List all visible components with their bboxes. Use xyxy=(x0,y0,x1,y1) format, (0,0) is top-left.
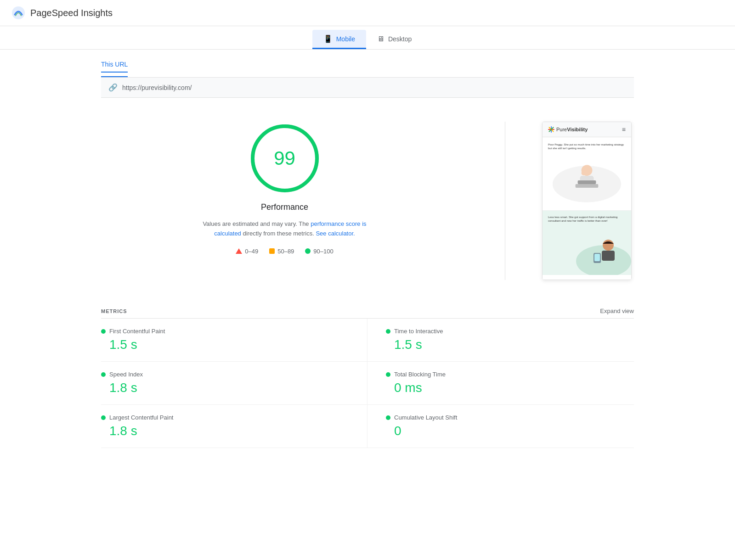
dot-icon xyxy=(305,248,311,254)
metric-item: Cumulative Layout Shift 0 xyxy=(368,405,634,448)
metric-dot xyxy=(386,329,390,334)
metric-name-row: Time to Interactive xyxy=(386,328,634,335)
metric-name-row: Speed Index xyxy=(101,371,349,378)
preview-section-2: Less less smart. She got support from a … xyxy=(543,211,631,275)
illustration-2-svg xyxy=(558,234,631,275)
legend-poor-label: 0–49 xyxy=(245,248,258,255)
legend-good-label: 90–100 xyxy=(313,248,333,255)
score-circle: 99 xyxy=(248,122,322,195)
metric-dot xyxy=(101,372,106,377)
svg-point-14 xyxy=(603,240,614,251)
metric-name-row: Total Blocking Time xyxy=(386,371,634,378)
metric-dot xyxy=(101,329,106,334)
metric-item: Time to Interactive 1.5 s xyxy=(368,319,634,362)
site-preview: PureVisibility ≡ Poor Peggy. She put so … xyxy=(542,122,632,280)
tab-mobile[interactable]: 📱 Mobile xyxy=(312,30,366,49)
preview-header: PureVisibility ≡ xyxy=(543,122,631,137)
url-bar: 🔗 https://purevisibility.com/ xyxy=(101,78,634,98)
metric-name: Cumulative Layout Shift xyxy=(394,414,457,421)
metrics-grid: First Contentful Paint 1.5 s Time to Int… xyxy=(101,319,634,448)
triangle-icon xyxy=(236,248,242,254)
score-legend: 0–49 50–89 90–100 xyxy=(236,248,333,255)
metrics-header: METRICS Expand view xyxy=(101,308,634,319)
metric-item: Total Blocking Time 0 ms xyxy=(368,362,634,405)
url-section: This URL 🔗 https://purevisibility.com/ xyxy=(101,61,634,98)
preview-illustration-1 xyxy=(548,154,626,205)
mobile-icon: 📱 xyxy=(323,34,333,43)
tab-mobile-label: Mobile xyxy=(336,35,355,43)
vertical-divider xyxy=(505,122,505,280)
calculator-link[interactable]: See calculator. xyxy=(316,230,355,237)
tab-desktop[interactable]: 🖥 Desktop xyxy=(366,30,423,49)
desktop-icon: 🖥 xyxy=(377,35,384,43)
score-right: PureVisibility ≡ Poor Peggy. She put so … xyxy=(542,122,634,280)
metric-dot xyxy=(386,372,390,377)
metric-name-row: First Contentful Paint xyxy=(101,328,349,335)
preview-logo: PureVisibility xyxy=(548,126,588,133)
expand-view-button[interactable]: Expand view xyxy=(600,308,634,314)
svg-rect-11 xyxy=(578,180,596,184)
pagespeed-logo-icon xyxy=(11,6,26,20)
metric-value: 1.8 s xyxy=(101,381,349,395)
illustration-1-svg xyxy=(548,157,626,202)
metric-value: 0 ms xyxy=(386,381,634,395)
svg-rect-10 xyxy=(576,184,599,188)
metric-name: Speed Index xyxy=(109,371,143,378)
metric-item: Largest Contentful Paint 1.8 s xyxy=(101,405,368,448)
score-section: 99 Performance Values are estimated and … xyxy=(101,112,634,289)
tab-bar: 📱 Mobile 🖥 Desktop xyxy=(0,26,735,50)
preview-site-name: PureVisibility xyxy=(556,127,588,132)
metrics-title: METRICS xyxy=(101,308,127,314)
pure-visibility-logo-icon xyxy=(548,126,554,133)
preview-section-1: Poor Peggy. She put so much time into he… xyxy=(543,137,631,211)
metric-name: Total Blocking Time xyxy=(394,371,446,378)
main-content: This URL 🔗 https://purevisibility.com/ 9… xyxy=(46,50,689,459)
url-text: https://purevisibility.com/ xyxy=(122,84,192,91)
url-tab-label: This URL xyxy=(101,61,128,73)
svg-rect-17 xyxy=(594,254,600,261)
metric-item: Speed Index 1.8 s xyxy=(101,362,368,405)
preview-menu-icon: ≡ xyxy=(622,126,626,133)
link-icon: 🔗 xyxy=(108,83,118,92)
logo-area: PageSpeed Insights xyxy=(11,6,113,20)
metric-value: 0 xyxy=(386,424,634,438)
preview-text-2: Less less smart. She got support from a … xyxy=(548,215,626,223)
metric-item: First Contentful Paint 1.5 s xyxy=(101,319,368,362)
preview-body: Poor Peggy. She put so much time into he… xyxy=(543,137,631,280)
legend-good: 90–100 xyxy=(305,248,333,255)
app-header: PageSpeed Insights xyxy=(0,0,735,26)
metric-name-row: Cumulative Layout Shift xyxy=(386,414,634,421)
score-number: 99 xyxy=(274,147,295,169)
square-icon xyxy=(269,248,275,254)
app-title: PageSpeed Insights xyxy=(30,8,113,18)
metric-name: Time to Interactive xyxy=(394,328,443,335)
metrics-section: METRICS Expand view First Contentful Pai… xyxy=(101,308,634,448)
svg-rect-15 xyxy=(602,251,615,261)
legend-average-label: 50–89 xyxy=(277,248,294,255)
metric-value: 1.8 s xyxy=(101,424,349,438)
tab-desktop-label: Desktop xyxy=(388,35,412,43)
svg-point-12 xyxy=(582,171,586,175)
preview-text-1: Poor Peggy. She put so much time into he… xyxy=(548,143,626,151)
metric-name-row: Largest Contentful Paint xyxy=(101,414,349,421)
metric-name: First Contentful Paint xyxy=(109,328,165,335)
legend-average: 50–89 xyxy=(269,248,294,255)
legend-poor: 0–49 xyxy=(236,248,258,255)
score-label: Performance xyxy=(261,202,308,212)
metric-name: Largest Contentful Paint xyxy=(109,414,173,421)
metric-value: 1.5 s xyxy=(386,337,634,352)
metric-value: 1.5 s xyxy=(101,337,349,352)
metric-dot xyxy=(101,415,106,420)
score-description: Values are estimated and may vary. The p… xyxy=(193,219,377,239)
metric-dot xyxy=(386,415,390,420)
score-left: 99 Performance Values are estimated and … xyxy=(101,122,468,255)
